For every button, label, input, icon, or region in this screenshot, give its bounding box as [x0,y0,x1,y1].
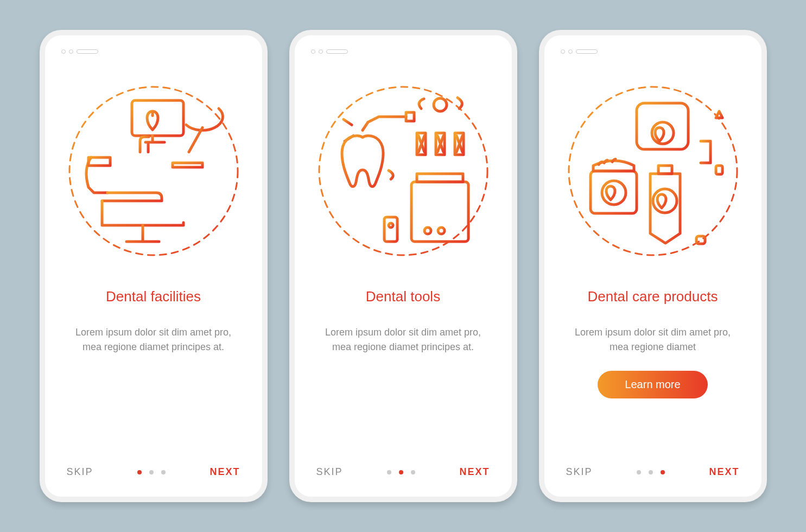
status-dot-icon [319,49,323,54]
status-dot-icon [61,49,66,54]
status-bar [61,46,246,57]
dental-tools-icon [311,79,496,263]
dot-icon [637,470,641,474]
status-bar [311,46,496,57]
nav-footer: SKIP NEXT [295,466,512,478]
svg-point-34 [438,227,445,234]
svg-point-33 [424,227,431,234]
status-pill-icon [576,49,598,54]
svg-line-11 [344,119,352,125]
skip-button[interactable]: SKIP [316,466,343,478]
svg-rect-27 [384,217,397,242]
status-pill-icon [326,49,348,54]
svg-line-2 [189,128,202,152]
svg-rect-45 [658,166,672,174]
dental-products-icon [561,79,745,263]
dot-icon [411,470,415,474]
status-pill-icon [77,49,98,54]
onboarding-screen-2: Dental tools Lorem ipsum dolor sit dim a… [295,35,512,497]
svg-rect-40 [637,103,688,149]
dot-icon [387,470,391,474]
screen-title: Dental tools [366,280,440,314]
phone-mockup: Dental tools Lorem ipsum dolor sit dim a… [289,30,517,502]
svg-point-29 [389,223,393,227]
page-indicator [137,470,166,474]
dot-icon [399,470,403,474]
page-indicator [637,470,665,474]
svg-rect-31 [417,174,463,182]
dot-icon [649,470,653,474]
dot-icon [661,470,665,474]
onboarding-screen-3: Dental care products Lorem ipsum dolor s… [544,35,761,497]
screen-title: Dental facilities [106,280,201,314]
screen-description: Lorem ipsum dolor sit dim amet pro, mea … [311,325,496,354]
screen-description: Lorem ipsum dolor sit dim amet pro, mea … [561,325,745,354]
dot-icon [137,470,142,474]
dot-icon [149,470,154,474]
skip-button[interactable]: SKIP [566,466,593,478]
next-button[interactable]: NEXT [210,466,240,478]
status-dot-icon [568,49,573,54]
svg-point-22 [434,98,447,111]
nav-footer: SKIP NEXT [544,466,761,478]
status-dot-icon [311,49,315,54]
learn-more-button[interactable]: Learn more [598,371,707,398]
screen-title: Dental care products [588,280,718,314]
page-indicator [387,470,415,474]
screen-description: Lorem ipsum dolor sit dim amet pro, mea … [61,325,246,354]
skip-button[interactable]: SKIP [67,466,93,478]
status-bar [561,46,745,57]
dental-facilities-icon [61,79,246,263]
onboarding-screen-1: Dental facilities Lorem ipsum dolor sit … [45,35,262,497]
svg-rect-10 [406,112,414,121]
next-button[interactable]: NEXT [459,466,490,478]
dot-icon [161,470,166,474]
status-dot-icon [69,49,73,54]
status-dot-icon [561,49,565,54]
nav-footer: SKIP NEXT [45,466,262,478]
phone-mockup: Dental care products Lorem ipsum dolor s… [539,30,767,502]
next-button[interactable]: NEXT [709,466,739,478]
phone-mockup: Dental facilities Lorem ipsum dolor sit … [40,30,268,502]
